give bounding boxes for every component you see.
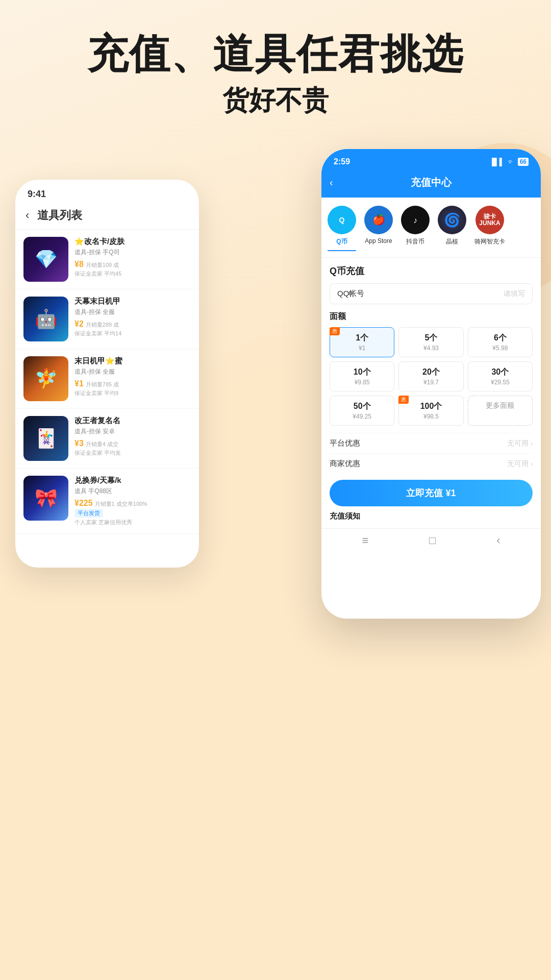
status-time: 2:59	[334, 157, 350, 166]
platform-discount-label: 平台优惠	[330, 438, 360, 448]
back-arrow-icon[interactable]: ‹	[26, 209, 29, 222]
merchant-discount-arrow-icon: ›	[531, 460, 533, 468]
phones-area: 9:41 ‹ 道具列表 💎 ⭐改名卡/皮肤 道具-担保 手Q司 ¥8月销量109…	[0, 149, 551, 874]
amount-qty: 20个	[403, 367, 459, 378]
svg-text:♪: ♪	[413, 216, 417, 225]
amount-badge: 惠	[398, 396, 409, 404]
douyin-icon: ♪	[401, 206, 430, 234]
amount-cell-1[interactable]: 惠 1个 ¥1	[330, 327, 394, 357]
item-thumbnail: 🧚	[23, 356, 68, 401]
wifi-icon: ᯤ	[508, 158, 515, 166]
amount-cell-7[interactable]: 50个 ¥49.25	[330, 396, 394, 426]
amount-price: ¥98.5	[403, 413, 459, 420]
tab-appstore[interactable]: 🍎 App Store	[364, 206, 393, 251]
nav-home-icon[interactable]: □	[429, 534, 436, 547]
amount-qty: 10个	[334, 367, 390, 378]
thumb-icon: 🧚	[23, 356, 68, 401]
item-extra: 个人卖家 芝麻信用优秀	[74, 519, 191, 526]
amount-price: ¥4.93	[403, 345, 459, 352]
tab-douyin-label: 抖音币	[406, 237, 424, 246]
amount-qty: 30个	[472, 367, 528, 378]
item-thumbnail: 🃏	[23, 416, 68, 461]
item-guarantee: 保证金卖家 平均9	[74, 389, 191, 397]
qq-label: QQ帐号	[337, 289, 364, 299]
appstore-icon: 🍎	[364, 206, 393, 234]
amount-price: ¥1	[334, 345, 390, 352]
platform-discount-row[interactable]: 平台优惠 无可用 ›	[330, 433, 533, 453]
item-thumbnail: 🎀	[23, 476, 68, 521]
tab-junka-label: 骑网智充卡	[474, 237, 505, 246]
amount-price: ¥5.98	[472, 345, 528, 352]
tab-qb-label: Q币	[336, 237, 347, 246]
tab-junka[interactable]: 骏卡JUNKA 骑网智充卡	[474, 206, 505, 251]
front-back-button[interactable]: ‹	[330, 177, 333, 188]
item-sales: 月销量1 成交率100%	[95, 501, 147, 507]
amount-cell-6[interactable]: 30个 ¥29.55	[468, 361, 533, 391]
nav-menu-icon[interactable]: ≡	[362, 534, 368, 547]
item-list: 💎 ⭐改名卡/皮肤 道具-担保 手Q司 ¥8月销量109 成 保证金卖家 平均4…	[15, 230, 199, 534]
item-info: ⭐改名卡/皮肤 道具-担保 手Q司 ¥8月销量109 成 保证金卖家 平均45	[74, 237, 191, 278]
item-guarantee: 平台发货	[74, 509, 191, 518]
recharge-content: Q币充值 QQ帐号 请填写 面额 惠 1个 ¥1 5个 ¥4.93	[321, 258, 541, 528]
platform-discount-value: 无可用 ›	[507, 439, 533, 448]
merchant-discount-row[interactable]: 商家优惠 无可用 ›	[330, 453, 533, 474]
tab-qb[interactable]: Q Q币	[328, 206, 356, 251]
signal-icon: ▐▌▌	[489, 158, 505, 166]
back-phone-status: 9:41	[15, 180, 199, 204]
item-sales: 月销量785 成	[86, 381, 119, 387]
amount-price: ¥19.7	[403, 379, 459, 386]
list-item[interactable]: 💎 ⭐改名卡/皮肤 道具-担保 手Q司 ¥8月销量109 成 保证金卖家 平均4…	[15, 230, 199, 289]
amount-cell-4[interactable]: 10个 ¥9.85	[330, 361, 394, 391]
amount-cell-2[interactable]: 5个 ¥4.93	[398, 327, 463, 357]
item-price: ¥3	[74, 439, 84, 448]
nav-back-icon[interactable]: ‹	[496, 534, 500, 547]
battery-icon: 66	[518, 158, 529, 166]
thumb-icon: 🃏	[23, 416, 68, 461]
junka-icon: 骏卡JUNKA	[475, 206, 504, 234]
tab-appstore-label: App Store	[365, 237, 392, 244]
qb-icon: Q	[328, 206, 356, 234]
hero-subtitle: 货好不贵	[31, 83, 520, 118]
tab-active-indicator	[328, 250, 356, 251]
tab-jinghe-label: 晶核	[446, 237, 458, 246]
item-info: 末日机甲⭐蜜 道具-担保 全服 ¥1月销量785 成 保证金卖家 平均9	[74, 356, 191, 397]
list-item[interactable]: 🧚 末日机甲⭐蜜 道具-担保 全服 ¥1月销量785 成 保证金卖家 平均9	[15, 349, 199, 409]
amount-more-label: 更多面额	[472, 401, 528, 410]
item-thumbnail: 💎	[23, 237, 68, 282]
front-phone-header: ‹ 充值中心	[321, 172, 541, 198]
item-sales: 月销量289 成	[86, 322, 119, 328]
tab-douyin[interactable]: ♪ 抖音币	[401, 206, 430, 251]
list-item[interactable]: 🤖 天幕末日机甲 道具-担保 全服 ¥2月销量289 成 保证金卖家 平均14	[15, 289, 199, 349]
back-phone: 9:41 ‹ 道具列表 💎 ⭐改名卡/皮肤 道具-担保 手Q司 ¥8月销量109…	[15, 180, 199, 568]
item-info: 兑换券/天幕/k 道具 手Q88区 ¥225月销量1 成交率100% 平台发货 …	[74, 476, 191, 526]
item-tag: 道具-担保 全服	[74, 308, 191, 316]
list-item[interactable]: 🃏 改王者复名名 道具-担保 安卓 ¥3月销量4 成交 保证金卖家 平均发	[15, 409, 199, 469]
item-thumbnail: 🤖	[23, 297, 68, 341]
amount-qty: 100个	[403, 401, 459, 412]
amount-section-title: 面额	[330, 311, 533, 322]
svg-text:Q: Q	[339, 216, 345, 224]
front-phone: 2:59 ▐▌▌ ᯤ 66 ‹ 充值中心 Q Q币	[321, 149, 541, 619]
recharge-title: Q币充值	[330, 265, 533, 277]
item-name: 兑换券/天幕/k	[74, 476, 191, 485]
item-name: 末日机甲⭐蜜	[74, 356, 191, 366]
tab-jinghe[interactable]: 🌀 晶核	[438, 206, 466, 251]
item-info: 改王者复名名 道具-担保 安卓 ¥3月销量4 成交 保证金卖家 平均发	[74, 416, 191, 457]
thumb-icon: 💎	[23, 237, 68, 282]
amount-price: ¥49.25	[334, 413, 390, 420]
amount-cell-3[interactable]: 6个 ¥5.98	[468, 327, 533, 357]
item-name: ⭐改名卡/皮肤	[74, 237, 191, 247]
item-guarantee: 保证金卖家 平均发	[74, 449, 191, 457]
tab-icons-bar: Q Q币 🍎 App Store	[321, 198, 541, 258]
qq-input-row[interactable]: QQ帐号 请填写	[330, 283, 533, 304]
item-tag: 道具 手Q88区	[74, 487, 191, 496]
recharge-button[interactable]: 立即充值 ¥1	[330, 480, 533, 506]
amount-cell-8[interactable]: 惠 100个 ¥98.5	[398, 396, 463, 426]
amount-cell-5[interactable]: 20个 ¥19.7	[398, 361, 463, 391]
list-item[interactable]: 🎀 兑换券/天幕/k 道具 手Q88区 ¥225月销量1 成交率100% 平台发…	[15, 469, 199, 534]
platform-badge: 平台发货	[74, 509, 103, 518]
item-guarantee: 保证金卖家 平均45	[74, 270, 191, 278]
amount-qty: 50个	[334, 401, 390, 412]
item-tag: 道具-担保 全服	[74, 368, 191, 376]
amount-cell-more[interactable]: 更多面额	[468, 396, 533, 426]
